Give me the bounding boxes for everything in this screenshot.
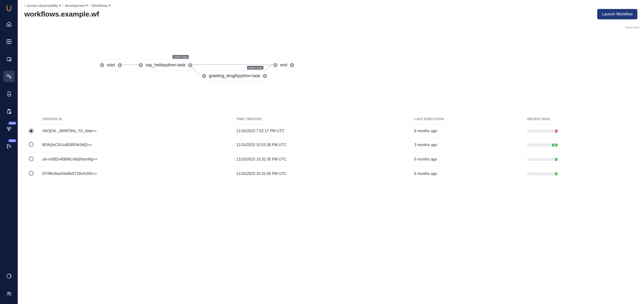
cell-version-id: XkOjOA-_iWNFDhb_YG_8dw== bbox=[40, 124, 234, 138]
alpha-badge: Alpha bbox=[8, 122, 16, 125]
nav-scheduled[interactable] bbox=[3, 53, 15, 65]
breadcrumb-section[interactable]: Workflows ▾ bbox=[92, 3, 111, 7]
run-status-cell bbox=[546, 172, 548, 175]
chevron-down-icon: ▾ bbox=[86, 3, 88, 7]
header: / cluster-observability ▾ / development … bbox=[18, 0, 644, 19]
breadcrumb-label: Workflows bbox=[92, 3, 108, 7]
nav-workflows[interactable] bbox=[3, 71, 15, 82]
node-type-tag: python-task bbox=[172, 55, 189, 59]
col-last-execution[interactable]: LAST EXECUTION bbox=[411, 114, 524, 124]
run-status-cell bbox=[527, 130, 530, 133]
run-status-cell bbox=[552, 172, 554, 175]
col-time-created[interactable]: TIME CREATED bbox=[234, 114, 411, 124]
nav-users[interactable] bbox=[3, 288, 15, 299]
col-version-id[interactable]: VERSION ID bbox=[40, 114, 234, 124]
run-status-cell bbox=[552, 143, 554, 147]
run-status-cell bbox=[536, 130, 539, 133]
run-status-cell bbox=[527, 172, 530, 175]
run-status-cell bbox=[546, 130, 548, 133]
run-status-cell bbox=[540, 172, 542, 175]
cell-recent-run bbox=[524, 152, 639, 167]
run-status-cell bbox=[534, 172, 536, 175]
version-radio[interactable] bbox=[29, 171, 34, 176]
node-label: start bbox=[107, 62, 115, 67]
version-radio[interactable] bbox=[29, 142, 34, 147]
node-label: say_hellopython-task bbox=[146, 62, 186, 67]
handle-out-icon[interactable] bbox=[188, 63, 192, 67]
svg-point-12 bbox=[8, 129, 10, 131]
handle-in-icon[interactable] bbox=[100, 63, 104, 67]
run-status-cell bbox=[534, 158, 536, 161]
node-end[interactable]: end bbox=[275, 59, 292, 71]
handle-out-icon[interactable] bbox=[290, 63, 294, 67]
alpha-badge: Alpha bbox=[8, 139, 16, 142]
cell-time-created: 11/15/2023 10:31:06 PM UTC bbox=[234, 167, 411, 181]
handle-out-icon[interactable] bbox=[118, 63, 122, 67]
chevron-down-icon: ▾ bbox=[109, 3, 111, 7]
main-content: / cluster-observability ▾ / development … bbox=[18, 0, 644, 304]
run-status-cell bbox=[536, 158, 539, 161]
page-title: workflows.example.wf bbox=[24, 10, 99, 18]
handle-out-icon[interactable] bbox=[263, 74, 267, 78]
run-status-cell bbox=[543, 143, 545, 147]
chevron-down-icon: ▾ bbox=[59, 3, 61, 7]
run-status-cell bbox=[530, 158, 533, 161]
nav-models-alpha[interactable]: Alpha bbox=[3, 123, 15, 135]
cell-last-execution: 6 months ago bbox=[411, 152, 524, 167]
breadcrumb-domain[interactable]: development ▾ bbox=[65, 3, 88, 7]
cell-version-id: DYIMU6iwASeBb5T18nA1RA== bbox=[40, 167, 234, 181]
cell-last-execution: 6 months ago bbox=[411, 167, 524, 181]
run-status-cell bbox=[546, 143, 548, 147]
run-status-cell bbox=[540, 158, 542, 161]
svg-point-15 bbox=[10, 146, 10, 147]
nav-reports[interactable] bbox=[3, 88, 15, 100]
col-recent-run[interactable]: RECENT RUN bbox=[524, 114, 639, 124]
breadcrumb-label: development bbox=[65, 3, 85, 7]
sidebar: Alpha Alpha bbox=[0, 0, 18, 304]
run-status-cell bbox=[536, 143, 539, 147]
run-status-cell bbox=[543, 130, 545, 133]
run-status-cell bbox=[552, 130, 554, 133]
handle-in-icon[interactable] bbox=[202, 74, 206, 78]
nav-tasks[interactable] bbox=[3, 106, 15, 117]
node-greeting-length[interactable]: python-task greeting_lengthpython-task bbox=[204, 70, 265, 81]
run-status-cell bbox=[555, 172, 558, 175]
run-status-cell bbox=[555, 158, 558, 161]
run-status-cell bbox=[543, 158, 545, 161]
cell-recent-run bbox=[524, 167, 639, 181]
table-row[interactable]: DYIMU6iwASeBb5T18nA1RA==11/15/2023 10:31… bbox=[23, 167, 639, 181]
run-status-cell bbox=[552, 158, 554, 161]
run-status-cell bbox=[549, 158, 552, 161]
nav-home[interactable] bbox=[3, 18, 15, 30]
run-status-cell bbox=[527, 143, 530, 147]
run-status-cell bbox=[540, 130, 542, 133]
nav-pipelines-alpha[interactable]: Alpha bbox=[3, 141, 15, 152]
version-radio[interactable] bbox=[29, 129, 34, 133]
launch-workflow-button[interactable]: Launch Workflow bbox=[597, 9, 638, 19]
run-status-cell bbox=[530, 143, 533, 147]
node-say-hello[interactable]: python-task say_hellopython-task bbox=[140, 59, 190, 71]
node-start[interactable]: start bbox=[102, 59, 120, 71]
version-radio[interactable] bbox=[29, 156, 34, 161]
table-row[interactable]: XkOjOA-_iWNFDhb_YG_8dw==11/16/2023 7:52:… bbox=[23, 124, 639, 138]
nav-usage[interactable] bbox=[3, 271, 15, 282]
handle-in-icon[interactable] bbox=[139, 63, 143, 67]
run-status-cell bbox=[546, 158, 548, 161]
cell-version-id: u8-mSBZv45BWLh6q0hamNg== bbox=[40, 152, 234, 167]
svg-point-17 bbox=[8, 292, 9, 293]
svg-rect-6 bbox=[9, 77, 11, 78]
svg-rect-5 bbox=[7, 75, 9, 76]
handle-in-icon[interactable] bbox=[273, 63, 278, 67]
breadcrumb-sep: / bbox=[62, 3, 63, 7]
table-row[interactable]: u8-mSBZv45BWLh6q0hamNg==11/15/2023 10:32… bbox=[23, 152, 639, 167]
svg-point-13 bbox=[7, 144, 8, 145]
svg-point-18 bbox=[10, 293, 11, 294]
table-row[interactable]: BOKj0vCSI1oBl30F6k34lQ==11/15/2023 10:53… bbox=[23, 138, 639, 152]
app-logo[interactable] bbox=[5, 4, 13, 12]
breadcrumb-project[interactable]: cluster-observability ▾ bbox=[27, 3, 61, 7]
workflow-graph[interactable]: React Flow start python-task say_hellopy… bbox=[20, 19, 642, 114]
nav-dashboard[interactable] bbox=[3, 36, 15, 47]
run-status-cell bbox=[549, 130, 552, 133]
run-status-cell bbox=[527, 158, 530, 161]
breadcrumb-sep: / bbox=[89, 3, 90, 7]
